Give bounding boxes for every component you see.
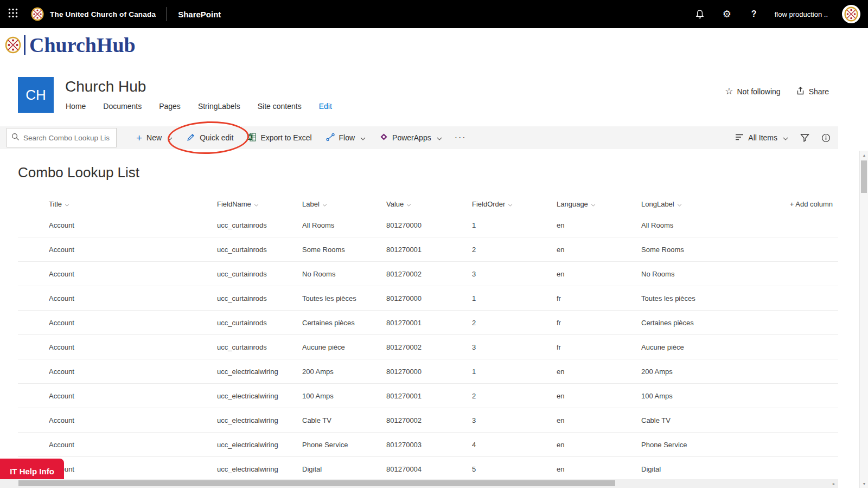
cell-title: Account [49,416,217,424]
cell-language: en [557,270,641,278]
cell-fieldname: ucc_electricalwiring [217,392,302,400]
table-row[interactable]: Accountucc_electricalwiring100 Amps80127… [18,384,838,408]
app-launcher-button[interactable] [0,0,26,28]
share-icon [796,86,805,97]
user-avatar[interactable] [842,5,860,23]
cell-language: fr [557,319,641,327]
chevron-down-icon [254,200,259,208]
cell-title: Account [49,441,217,449]
notifications-bell-icon[interactable] [693,8,706,21]
column-header-longlabel[interactable]: LongLabel [641,200,726,208]
table-row[interactable]: Accountucc_electricalwiring200 Amps80127… [18,359,838,384]
brand-name[interactable]: ChurchHub [24,35,136,55]
column-header-title[interactable]: Title [49,200,217,208]
cell-language: en [557,392,641,400]
cell-fieldorder: 3 [472,416,557,424]
table-row[interactable]: Accountucc_curtainrodsToutes les pièces8… [18,286,838,311]
nav-item-documents[interactable]: Documents [103,102,142,111]
column-header-label[interactable]: Label [302,200,386,208]
list-search-box[interactable] [7,128,117,147]
column-header-language[interactable]: Language [557,200,641,208]
cell-fieldname: ucc_curtainrods [217,319,302,327]
cell-value: 801270004 [386,465,472,473]
settings-gear-icon[interactable]: ⚙ [720,8,733,21]
help-icon[interactable]: ? [748,8,761,21]
command-bar: + New Quick edit X [0,126,838,149]
horizontal-scroll-thumb[interactable] [18,480,615,486]
cell-title: Account [49,221,217,229]
cell-longlabel: 100 Amps [641,392,726,400]
cell-fieldorder: 1 [472,294,557,302]
more-commands-button[interactable]: ··· [449,133,472,143]
table-row[interactable]: Accountucc_curtainrodsSome Rooms80127000… [18,237,838,262]
site-header: CH Church Hub Home Documents Pages Strin… [0,62,868,126]
cell-title: Account [49,294,217,302]
cell-longlabel: Certaines pièces [641,319,726,327]
cell-language: fr [557,294,641,302]
flow-button[interactable]: Flow [319,126,373,149]
vertical-scrollbar[interactable]: ▲ ▼ [859,151,868,488]
nav-item-pages[interactable]: Pages [159,102,181,111]
new-button[interactable]: + New [129,126,180,149]
nav-item-stringlabels[interactable]: StringLabels [198,102,240,111]
cell-value: 801270003 [386,441,472,449]
cell-language: en [557,441,641,449]
add-column-button[interactable]: + Add column [726,200,838,208]
scroll-up-arrow-icon[interactable]: ▲ [860,151,868,159]
flow-label: Flow [339,133,355,142]
column-label: Label [302,200,320,208]
table-row[interactable]: Accountucc_curtainrodsNo Rooms8012700023… [18,262,838,286]
table-row[interactable]: Accountucc_electricalwiringDigital801270… [18,457,838,481]
scroll-down-arrow-icon[interactable]: ▼ [860,479,868,488]
column-header-value[interactable]: Value [386,200,472,208]
filter-icon[interactable] [800,133,809,142]
list-rows: Accountucc_curtainrodsAll Rooms801270000… [18,213,838,481]
cell-longlabel: Aucune pièce [641,343,726,351]
new-label: New [146,133,162,142]
cell-longlabel: All Rooms [641,221,726,229]
column-header-fieldname[interactable]: FieldName [217,200,302,208]
scroll-right-arrow-icon[interactable]: ► [829,479,838,488]
cell-fieldname: ucc_curtainrods [217,343,302,351]
table-row[interactable]: Accountucc_electricalwiringPhone Service… [18,433,838,457]
churchhub-logo-icon[interactable] [4,36,22,54]
cell-fieldorder: 2 [472,246,557,254]
view-label: All Items [748,133,777,142]
table-row[interactable]: Accountucc_electricalwiringCable TV80127… [18,408,838,433]
horizontal-scrollbar[interactable]: ► [0,479,838,488]
nav-item-home[interactable]: Home [66,102,86,111]
site-logo-tile[interactable]: CH [18,77,54,113]
nav-item-edit[interactable]: Edit [319,102,332,111]
table-row[interactable]: Accountucc_curtainrodsAll Rooms801270000… [18,213,838,237]
cell-value: 801270002 [386,270,472,278]
info-icon[interactable] [821,133,831,143]
chevron-down-icon [437,133,442,142]
site-title: Church Hub [65,78,146,95]
account-name[interactable]: flow production .. [775,10,828,18]
cell-label: Certaines pièces [302,319,386,327]
nav-item-site-contents[interactable]: Site contents [258,102,302,111]
follow-button[interactable]: ☆ Not following [725,86,780,97]
powerapps-button[interactable]: PowerApps [373,126,449,149]
share-button[interactable]: Share [796,86,829,97]
cell-value: 801270001 [386,392,472,400]
cell-fieldname: ucc_curtainrods [217,246,302,254]
cell-language: fr [557,343,641,351]
search-input[interactable] [23,134,110,142]
chevron-down-icon [65,200,69,208]
cell-value: 801270000 [386,368,472,376]
cell-value: 801270000 [386,221,472,229]
cell-value: 801270002 [386,416,472,424]
table-row[interactable]: Accountucc_curtainrodsCertaines pièces80… [18,311,838,335]
cell-longlabel: No Rooms [641,270,726,278]
quick-edit-button[interactable]: Quick edit [180,126,240,149]
vertical-scroll-thumb[interactable] [861,160,867,193]
cell-title: Account [49,465,217,473]
export-to-excel-button[interactable]: X Export to Excel [240,126,318,149]
export-to-excel-label: Export to Excel [260,133,311,142]
cell-longlabel: Toutes les pièces [641,294,726,302]
view-selector-button[interactable]: All Items [735,133,788,143]
column-header-fieldorder[interactable]: FieldOrder [472,200,557,208]
table-row[interactable]: Accountucc_curtainrodsAucune pièce801270… [18,335,838,359]
cell-title: Account [49,392,217,400]
